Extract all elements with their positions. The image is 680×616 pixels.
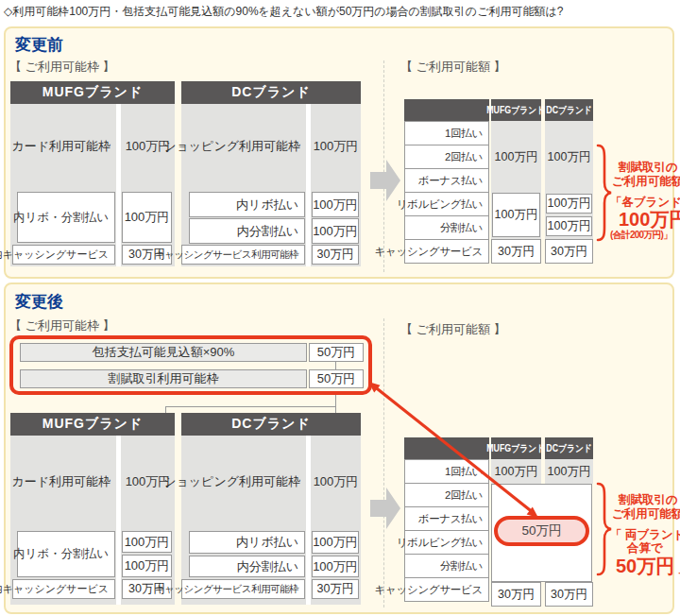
cashing-label: 内キャッシングサービス: [12, 245, 115, 265]
after-section: 変更後 【 ご利用可能枠 】 【 ご利用可能額 】 包括支払可能見込額×90% …: [4, 282, 674, 614]
row-label-bonus: ボーナス払い: [404, 168, 489, 193]
mufg-cashing-value: 30万円: [491, 239, 541, 264]
dc-top-value: 100万円: [545, 121, 593, 193]
installment-value: 100万円: [312, 556, 359, 577]
revolving-installment-label: 内リボ・分割払い: [17, 192, 115, 243]
connector-line: [165, 406, 336, 407]
row-label-cashing: キャッシングサービス: [404, 239, 489, 264]
result-header-mufg-label: MUFGブランド: [487, 104, 546, 117]
after-mufg-table-body: カード利用可能枠 100万円 内リボ・分割払い 100万円 100万円 内キャッ…: [10, 436, 175, 605]
before-dc-table-body: ショッピング利用可能枠 100万円 内リボ払い 100万円 内分割払い 100万…: [181, 104, 361, 266]
after-mufg-table: MUFGブランド カード利用可能枠 100万円 内リボ・分割払い 100万円 1…: [10, 413, 175, 605]
annotation-amount: 50万円: [616, 556, 674, 576]
result-header-dc: DCブランド: [545, 99, 593, 121]
shopping-limit-label: ショッピング利用可能枠: [181, 436, 306, 528]
result-header-dc: DCブランド: [545, 437, 593, 459]
after-dc-table-body: ショッピング利用可能枠 100万円 内リボ払い 100万円 内分割払い 100万…: [181, 436, 361, 605]
after-available-frame-label: 【 ご利用可能枠 】: [9, 317, 115, 334]
dc-cashing-value: 30万円: [545, 239, 593, 264]
annotation-line4: 合算で: [610, 541, 680, 556]
card-limit-label: カード利用可能枠: [10, 104, 116, 189]
dc-cashing-value: 30万円: [545, 582, 593, 607]
right-arrow-icon: [370, 159, 400, 202]
shopping-limit-value: 100万円: [311, 104, 361, 189]
before-mufg-table-body: カード利用可能枠 100万円 内リボ・分割払い 100万円 内キャッシングサービ…: [10, 104, 175, 266]
cashing-value: 30万円: [312, 245, 359, 265]
cashing-label: 内キャッシングサービス: [12, 579, 115, 599]
connector-line: [335, 362, 336, 369]
revolving-label: 内リボ払い: [189, 531, 305, 554]
before-available-frame-label: 【 ご利用可能枠 】: [9, 59, 115, 76]
result-header-blank: [404, 99, 489, 121]
after-dc-table: DCブランド ショッピング利用可能枠 100万円 内リボ払い 100万円 内分割…: [181, 413, 361, 605]
row-label-ikkai: 1回払い: [404, 121, 489, 145]
annotation-amount: 100万円: [610, 209, 680, 230]
dc-mid-value-2: 100万円: [546, 216, 592, 236]
annotation-line1: 割賦取引の: [610, 493, 680, 507]
before-dc-table: DCブランド ショッピング利用可能枠 100万円 内リボ払い 100万円 内分割…: [181, 81, 361, 266]
row-label-nikai: 2回払い: [404, 145, 489, 169]
installment-value: 100万円: [312, 218, 359, 244]
page-title: ◇利用可能枠100万円・包括支払可能見込額の90%を超えない額が50万円の場合の…: [4, 4, 563, 20]
before-available-amount-label: 【 ご利用可能額 】: [400, 59, 506, 76]
row-label-installment: 分割払い: [404, 554, 489, 578]
after-mufg-table-header: MUFGブランド: [10, 413, 175, 436]
card-limit-label: カード利用可能枠: [10, 436, 116, 528]
revolving-label: 内リボ払い: [189, 192, 305, 217]
before-heading: 変更前: [15, 34, 63, 56]
dc-mid-value-1: 100万円: [546, 194, 592, 214]
before-annotation: 割賦取引の ご利用可能額 「各ブランド 100万円 (合計200万円)」: [610, 161, 680, 241]
installment-frame-label: 割賦取引利用可能枠: [20, 369, 307, 388]
mufg-mid-value: 100万円: [492, 193, 540, 237]
after-available-amount-label: 【 ご利用可能額 】: [400, 321, 506, 338]
row-label-installment: 分割払い: [404, 215, 489, 240]
mufg-cashing-value: 30万円: [491, 582, 541, 607]
annotation-line3: 「各ブランド: [610, 196, 680, 210]
revolving-installment-label: 内リボ・分割払い: [17, 531, 115, 577]
result-header-dc-label: DCブランド: [546, 104, 592, 117]
after-heading: 変更後: [15, 291, 63, 313]
installment-label: 内分割払い: [189, 556, 305, 577]
before-mufg-table-header: MUFGブランド: [10, 81, 175, 104]
annotation-line2: ご利用可能額: [610, 507, 680, 522]
before-result-table: MUFGブランド DCブランド 1回払い 2回払い ボーナス払い リボルビング払…: [404, 99, 593, 266]
row-label-revolving: リボルビング払い: [404, 530, 489, 555]
result-header-dc-label: DCブランド: [546, 442, 592, 455]
result-header-mufg: MUFGブランド: [491, 99, 541, 121]
revolving-installment-value: 100万円: [122, 192, 172, 243]
cashing-label: キャッシングサービス利用可能枠: [181, 579, 305, 599]
link-arrow-icon: [363, 374, 552, 525]
row-label-revolving: リボルビング払い: [404, 192, 489, 216]
revolving-installment-value-1: 100万円: [122, 531, 172, 553]
estimated-payable-label: 包括支払可能見込額×90%: [20, 343, 307, 362]
row-label-cashing: キャッシングサービス: [404, 577, 489, 602]
cashing-value: 30万円: [312, 579, 359, 599]
shopping-limit-value: 100万円: [311, 436, 361, 528]
limit-highlight-box: 包括支払可能見込額×90% 50万円 割賦取引利用可能枠 50万円: [9, 335, 372, 395]
installment-frame-value: 50万円: [309, 369, 364, 388]
cashing-label: キャッシングサービス利用可能枠: [181, 245, 305, 265]
annotation-line1: 割賦取引の: [610, 161, 680, 175]
installment-label: 内分割払い: [189, 218, 305, 244]
after-annotation: 割賦取引の ご利用可能額 「 両ブランド 合算で 50万円 」: [610, 493, 680, 576]
annotation-line3: 「 両ブランド: [610, 528, 680, 542]
before-dc-table-header: DCブランド: [181, 81, 361, 104]
annotation-line2: ご利用可能額: [610, 175, 680, 189]
before-section: 変更前 【 ご利用可能枠 】 【 ご利用可能額 】 MUFGブランド カード利用…: [4, 26, 674, 279]
annotation-line4: (合計200万円)」: [610, 230, 680, 241]
revolving-installment-value-2: 100万円: [122, 555, 172, 577]
after-dc-table-header: DCブランド: [181, 413, 361, 436]
annotation-amount-line: 50万円 」: [610, 556, 680, 576]
connector-line: [335, 395, 336, 406]
estimated-payable-value: 50万円: [309, 343, 364, 362]
revolving-value: 100万円: [312, 192, 359, 217]
dc-row1-value: 100万円: [545, 459, 593, 484]
revolving-value: 100万円: [312, 531, 359, 554]
mufg-top-value: 100万円: [491, 121, 541, 193]
before-mufg-table: MUFGブランド カード利用可能枠 100万円 内リボ・分割払い 100万円 内…: [10, 81, 175, 266]
shopping-limit-label: ショッピング利用可能枠: [181, 104, 306, 189]
